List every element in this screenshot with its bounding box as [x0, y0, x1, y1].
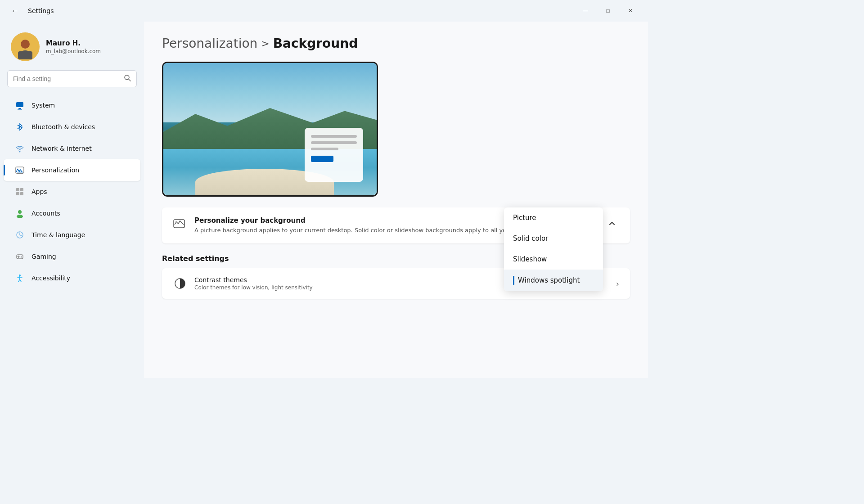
- svg-rect-13: [20, 188, 23, 191]
- sidebar-item-bluetooth-label: Bluetooth & devices: [32, 123, 95, 130]
- search-icon: [124, 74, 131, 83]
- sidebar: Mauro H. m_lab@outlook.com: [0, 22, 144, 378]
- chevron-up-icon: [608, 220, 616, 227]
- dropdown-menu: Picture Solid color Slideshow Windows sp…: [504, 207, 603, 291]
- maximize-button[interactable]: □: [598, 4, 618, 18]
- preview-document: [305, 128, 363, 182]
- svg-rect-8: [18, 109, 22, 110]
- accounts-icon: [14, 208, 25, 219]
- minimize-button[interactable]: —: [575, 4, 596, 18]
- sidebar-item-time[interactable]: Time & language: [4, 224, 140, 246]
- svg-point-16: [18, 210, 22, 214]
- search-box: [7, 70, 137, 87]
- contrast-icon: [173, 276, 187, 291]
- dropdown-item-spotlight[interactable]: Windows spotlight: [504, 270, 603, 291]
- svg-rect-15: [20, 192, 23, 195]
- chevron-right-icon: ›: [616, 279, 619, 288]
- selected-bar: [513, 276, 514, 285]
- svg-rect-12: [16, 188, 19, 191]
- svg-point-25: [21, 257, 22, 258]
- doc-line-1: [311, 135, 357, 138]
- doc-button: [311, 156, 333, 162]
- nav-item[interactable]: System: [4, 94, 140, 116]
- sidebar-item-accessibility-label: Accessibility: [32, 274, 70, 282]
- sidebar-item-gaming-label: Gaming: [32, 253, 56, 260]
- svg-point-32: [176, 221, 177, 223]
- doc-line-3: [311, 148, 338, 150]
- personalize-icon: [173, 217, 187, 232]
- dropdown-item-solid[interactable]: Solid color: [504, 228, 603, 249]
- svg-rect-14: [16, 192, 19, 195]
- user-email: m_lab@outlook.com: [46, 48, 101, 54]
- title-bar-left: ← Settings: [7, 4, 54, 18]
- avatar: [11, 32, 40, 61]
- svg-rect-6: [16, 102, 23, 107]
- sidebar-item-accounts-label: Accounts: [32, 210, 60, 217]
- svg-rect-3: [18, 51, 32, 59]
- background-preview: [162, 62, 378, 197]
- time-icon: [14, 230, 25, 240]
- svg-line-30: [20, 279, 21, 282]
- svg-line-20: [20, 235, 22, 236]
- accessibility-icon: [14, 273, 25, 284]
- svg-point-17: [17, 215, 23, 218]
- dropdown-toggle-button[interactable]: [605, 216, 619, 231]
- gaming-icon: [14, 251, 25, 262]
- sidebar-item-apps-label: Apps: [32, 188, 47, 195]
- sidebar-item-accounts[interactable]: Accounts: [4, 202, 140, 224]
- svg-point-24: [21, 256, 22, 257]
- bluetooth-icon: [14, 122, 25, 132]
- svg-point-1: [21, 40, 30, 49]
- dropdown-item-spotlight-label: Windows spotlight: [518, 276, 580, 284]
- sidebar-item-time-label: Time & language: [32, 231, 85, 238]
- user-info: Mauro H. m_lab@outlook.com: [46, 39, 101, 54]
- personalization-icon: [14, 165, 25, 176]
- user-name: Mauro H.: [46, 39, 101, 47]
- sidebar-item-apps[interactable]: Apps: [4, 181, 140, 202]
- breadcrumb: Personalization > Background: [162, 36, 630, 51]
- close-button[interactable]: ✕: [620, 4, 641, 18]
- svg-line-5: [129, 79, 130, 81]
- apps-icon: [14, 186, 25, 197]
- breadcrumb-current: Background: [273, 36, 358, 51]
- breadcrumb-parent[interactable]: Personalization: [162, 36, 257, 51]
- user-profile: Mauro H. m_lab@outlook.com: [0, 25, 144, 70]
- svg-line-29: [18, 279, 20, 282]
- window-title: Settings: [28, 7, 54, 14]
- personalize-card: Personalize your background A picture ba…: [162, 207, 630, 243]
- breadcrumb-separator: >: [261, 38, 269, 49]
- sidebar-item-accessibility[interactable]: Accessibility: [4, 267, 140, 289]
- network-icon: [14, 143, 25, 154]
- window-controls: — □ ✕: [575, 4, 641, 18]
- sidebar-item-personalization[interactable]: Personalization: [4, 159, 140, 181]
- back-button[interactable]: ←: [7, 4, 22, 18]
- dropdown-item-picture-label: Picture: [513, 214, 536, 222]
- svg-rect-7: [18, 108, 21, 109]
- search-container: [0, 70, 144, 94]
- sidebar-item-bluetooth[interactable]: Bluetooth & devices: [4, 116, 140, 138]
- preview-background: [163, 63, 377, 195]
- dropdown-item-slideshow[interactable]: Slideshow: [504, 249, 603, 270]
- main-layout: Mauro H. m_lab@outlook.com: [0, 22, 648, 378]
- title-bar: ← Settings — □ ✕: [0, 0, 648, 22]
- system-icon: [14, 100, 25, 111]
- search-input[interactable]: [13, 75, 120, 82]
- sidebar-item-network[interactable]: Network & internet: [4, 138, 140, 159]
- sidebar-item-network-label: Network & internet: [32, 145, 92, 152]
- svg-point-9: [19, 151, 21, 153]
- doc-line-2: [311, 141, 357, 144]
- dropdown-item-slideshow-label: Slideshow: [513, 255, 547, 263]
- content-area: Personalization > Background: [144, 22, 648, 378]
- sidebar-item-system-label: System: [32, 102, 55, 109]
- sidebar-item-gaming[interactable]: Gaming: [4, 246, 140, 267]
- sidebar-item-personalization-label: Personalization: [32, 166, 79, 174]
- dropdown-item-solid-label: Solid color: [513, 234, 548, 243]
- dropdown-item-picture[interactable]: Picture: [504, 207, 603, 228]
